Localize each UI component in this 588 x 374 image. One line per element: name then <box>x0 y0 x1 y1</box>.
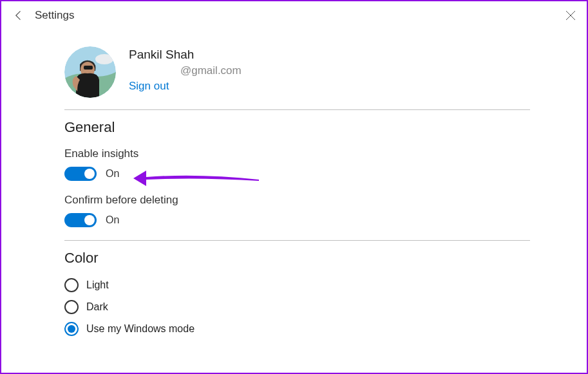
radio-label: Light <box>86 279 109 291</box>
svg-point-2 <box>95 54 113 64</box>
color-option-windows-mode[interactable]: Use my Windows mode <box>64 322 530 336</box>
radio-icon <box>64 278 79 292</box>
profile-info: Pankil Shah @gmail.com Sign out <box>129 46 242 93</box>
confirm-delete-state: On <box>106 214 119 226</box>
profile-email: @gmail.com <box>180 64 242 77</box>
window-title: Settings <box>35 9 74 22</box>
setting-enable-insights: Enable insights On <box>64 147 530 181</box>
avatar <box>64 46 116 98</box>
section-heading-general: General <box>64 119 530 136</box>
enable-insights-label: Enable insights <box>64 147 530 160</box>
titlebar: Settings <box>1 1 587 30</box>
divider <box>64 109 530 110</box>
sign-out-link[interactable]: Sign out <box>129 80 169 93</box>
radio-label: Use my Windows mode <box>86 323 194 335</box>
radio-icon <box>64 322 79 336</box>
profile-section: Pankil Shah @gmail.com Sign out <box>64 46 530 98</box>
close-icon <box>565 10 576 21</box>
setting-confirm-delete: Confirm before deleting On <box>64 194 530 227</box>
close-button[interactable] <box>561 6 580 25</box>
confirm-delete-label: Confirm before deleting <box>64 194 530 207</box>
content-area: Pankil Shah @gmail.com Sign out General … <box>1 30 587 336</box>
enable-insights-state: On <box>106 168 119 180</box>
section-heading-color: Color <box>64 250 530 266</box>
profile-name: Pankil Shah <box>129 48 242 62</box>
radio-icon <box>64 300 79 314</box>
svg-rect-4 <box>84 66 93 70</box>
color-option-light[interactable]: Light <box>64 278 530 292</box>
arrow-left-icon <box>12 9 25 22</box>
back-button[interactable] <box>9 6 28 25</box>
settings-window: Settings <box>0 0 588 374</box>
color-option-dark[interactable]: Dark <box>64 300 530 314</box>
divider <box>64 240 530 241</box>
radio-label: Dark <box>86 301 108 313</box>
enable-insights-toggle[interactable] <box>64 167 97 181</box>
confirm-delete-toggle[interactable] <box>64 213 97 227</box>
